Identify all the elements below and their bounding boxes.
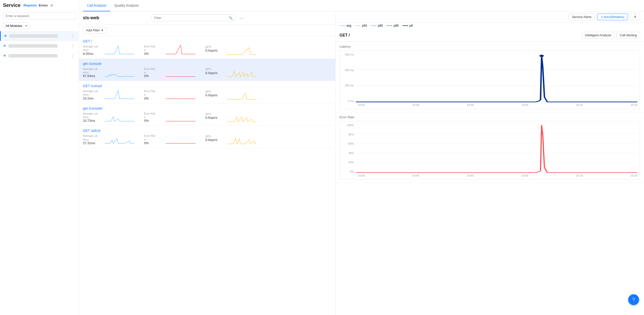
legend-p90-label: p90 [378, 24, 383, 28]
float-action-button[interactable]: ? [628, 294, 639, 305]
error-group-2: Error Rate 0% [144, 89, 196, 100]
sidebar-item-3[interactable]: 👁 ⋮ [0, 51, 79, 61]
error-group-3: Error Rate 0% [144, 112, 196, 123]
error-x-1450: 14:50 [467, 174, 474, 177]
error-label-0: Error Rate [144, 45, 164, 52]
latency-chart-title: Latency [340, 45, 640, 48]
error-chart-2 [166, 89, 196, 99]
error-text-4: Error Rate 0% [144, 134, 164, 145]
latency-chart-0 [104, 45, 134, 55]
api-row-2[interactable]: GET /consol Average Latency 10.2ms E [79, 81, 335, 103]
detail-panel: Service Alerts 1 Hour(Relative) ↺ avg p5… [336, 12, 644, 315]
service-alerts-button[interactable]: Service Alerts [568, 14, 595, 20]
filter-input-container: 🔍 [152, 15, 236, 21]
api-metrics-4: Average Latency 27.31ms Error Rate 0% [83, 134, 332, 145]
latency-text-3: Average Latency 10.73ms [83, 112, 103, 123]
latency-y-400: 400 ms [342, 69, 354, 72]
tab-quality-analysis[interactable]: Quality Analysis [110, 0, 142, 11]
legend-p95-label: p95 [394, 24, 398, 28]
latency-label-3: Average Latency [83, 112, 103, 119]
p9-legend-icon [402, 25, 408, 27]
error-x-1430: 14:30 [358, 174, 365, 177]
module-filter[interactable]: All Modules [3, 23, 30, 29]
tab-call-analysis[interactable]: Call Analysis [83, 0, 110, 11]
latency-y-200: 200 ms [342, 84, 354, 87]
legend-p50: p50 [355, 24, 367, 28]
error-label-3: Error Rate [144, 112, 164, 119]
more-icon-3[interactable]: ⋮ [70, 53, 76, 59]
qps-value-0: 0.0ops/s [205, 49, 225, 52]
api-row-3[interactable]: get /console/ Average Latency 10.73ms [79, 103, 335, 126]
service-name: sls-web [83, 15, 99, 21]
qps-chart-3 [227, 112, 256, 122]
qps-label-4: QPS [205, 135, 225, 138]
error-value-2: 0% [144, 97, 164, 100]
qps-chart-2 [227, 90, 256, 100]
qps-label-2: QPS [205, 90, 225, 93]
sidebar-title: Service Requests Errors ↓= [3, 3, 76, 8]
latency-group-2: Average Latency 10.2ms [83, 89, 134, 100]
sidebar-search [3, 12, 76, 20]
api-row-1[interactable]: get /console Average Latency 67.64ms [79, 59, 335, 81]
time-range-more-button[interactable]: ↺ [630, 14, 640, 20]
sort-icon[interactable]: ↓= [50, 4, 53, 7]
error-label-2: Error Rate [144, 89, 164, 97]
eye-icon-2[interactable]: 👁 [3, 44, 6, 48]
error-y-20: 20% [342, 161, 354, 164]
error-value-1: 0% [144, 74, 164, 78]
error-y-0: 0% [342, 170, 354, 173]
legend-avg-label: avg [346, 24, 351, 28]
sidebar-filter: All Modules [3, 23, 76, 29]
more-options-button[interactable]: ⋯ [239, 15, 244, 21]
latency-text-2: Average Latency 10.2ms [83, 89, 103, 100]
search-input[interactable] [3, 12, 76, 20]
top-bar: Service Alerts 1 Hour(Relative) ↺ [336, 12, 644, 23]
qps-text-3: QPS 0.0ops/s [205, 112, 225, 120]
latency-text-1: Average Latency 67.64ms [83, 67, 103, 78]
more-icon-2[interactable]: ⋮ [70, 43, 76, 49]
api-metrics-3: Average Latency 10.73ms Error Rate 0% [83, 112, 332, 123]
more-icon-1[interactable]: ⋮ [70, 33, 76, 39]
sidebar-item-2[interactable]: 👁 ⋮ [0, 41, 79, 51]
latency-x-1500: 15:00 [521, 103, 528, 106]
error-y-100: 100% [342, 124, 354, 127]
qps-value-1: 0.0ops/s [205, 71, 225, 75]
sidebar-item-1[interactable]: 👁 ⋮ [0, 31, 79, 41]
qps-value-4: 0.0ops/s [205, 138, 225, 142]
api-row-4[interactable]: GET /adc/a Average Latency 27.31ms E [79, 126, 335, 148]
api-row-0[interactable]: GET / Average Latency 8.55ms Error R [79, 36, 335, 59]
errors-link: Errors [39, 4, 48, 7]
error-chart-3 [166, 112, 196, 122]
sidebar-item-name-3 [8, 54, 58, 58]
time-range-button[interactable]: 1 Hour(Relative) [597, 14, 628, 20]
sidebar: Service Requests Errors ↓= All Modules 👁… [0, 0, 79, 315]
intelligent-analysis-button[interactable]: Intelligent Analysis [582, 32, 615, 39]
error-label-1: Error Rate [144, 67, 164, 74]
eye-icon-1[interactable]: 👁 [4, 34, 7, 38]
legend: avg p50 p90 p95 p9 [336, 23, 644, 29]
eye-icon-3[interactable]: 👁 [3, 54, 6, 58]
requests-link[interactable]: Requests [24, 4, 37, 7]
legend-avg: avg [340, 24, 351, 28]
main: Call Analysis Quality Analysis sls-web 🔍… [79, 0, 644, 315]
sidebar-item-name-2 [8, 44, 58, 48]
latency-chart-4 [104, 134, 134, 144]
chevron-down-icon: ▾ [102, 28, 103, 32]
detail-actions: Intelligent Analysis Call Alerting [582, 32, 640, 39]
qps-label-1: QPS [205, 67, 225, 71]
sidebar-header: Service Requests Errors ↓= [0, 0, 79, 10]
latency-value-2: 10.2ms [83, 97, 103, 100]
filter-input[interactable] [154, 16, 227, 20]
qps-chart-0 [227, 45, 256, 55]
qps-value-3: 0.0ops/s [205, 116, 225, 120]
error-group-0: Error Rate 0% [144, 45, 196, 56]
add-filter-button[interactable]: Add Filter ▾ [83, 27, 106, 34]
call-alerting-button[interactable]: Call Alerting [616, 32, 640, 39]
qps-chart-1 [227, 67, 256, 77]
sidebar-item-name-1 [9, 34, 58, 38]
error-text-2: Error Rate 0% [144, 89, 164, 100]
error-x-1440: 14:40 [412, 174, 419, 177]
latency-x-1510: 15:10 [576, 103, 583, 106]
avg-legend-icon [340, 25, 346, 27]
api-name-3: get /console/ [83, 106, 332, 110]
